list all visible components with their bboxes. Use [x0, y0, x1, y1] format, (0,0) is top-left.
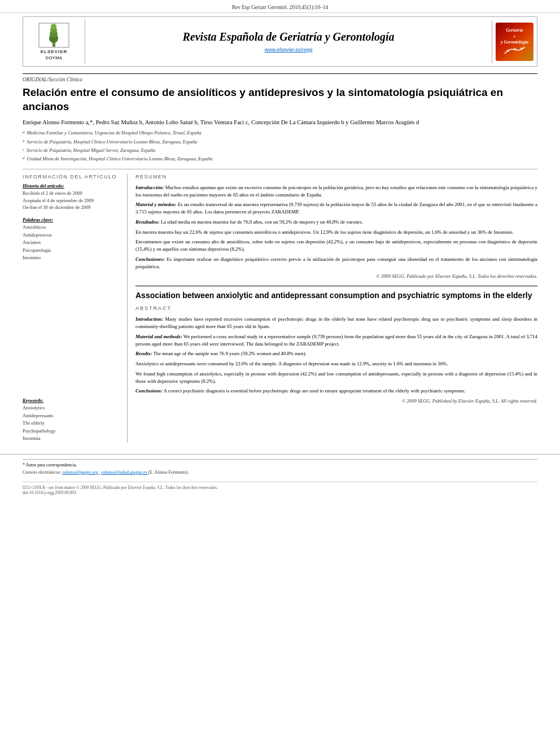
- resumen-resultados-3: Encontramos que existe un consumo alto d…: [135, 238, 537, 253]
- keyword-en-2: Antidepressants: [23, 412, 119, 420]
- affil-c-text: Servicio de Psiquiatría, Hospital Miguel…: [27, 147, 155, 155]
- divider-1: [23, 169, 537, 169]
- journal-logo-box: Geriatría y y Gerontología: [496, 23, 533, 61]
- email1-text: ealonso@papps.org: [62, 470, 98, 475]
- palabras-clave-title: Palabras clave:: [23, 217, 119, 222]
- svg-point-8: [520, 47, 523, 50]
- affil-b: b Servicio de Psiquiatría, Hospital Clín…: [23, 138, 537, 147]
- english-copyright: © 2009 SEGG. Published by Elsevier Españ…: [135, 398, 537, 404]
- resumen-copyright: © 2009 SEGG. Publicado por Elsevier Espa…: [135, 273, 537, 279]
- keyword-5: Insomnio: [23, 254, 119, 262]
- doyma-text: DOYMA: [46, 55, 63, 60]
- elsevier-tree-icon: [38, 23, 69, 48]
- logo-right-line1: Geriatría: [506, 28, 523, 33]
- affil-d: d Unidad Mixta de Investigación, Hospita…: [23, 155, 537, 164]
- journal-title: Revista Española de Geriatría y Gerontol…: [91, 30, 486, 43]
- footer-doi: doi:10.1016/j.regg.2009.09.003: [23, 490, 537, 495]
- elsevier-text: ELSEVIER: [41, 49, 68, 54]
- affil-a-text: Medicina Familiar y Comunitaria, Urgenci…: [27, 129, 202, 138]
- abstract-results-label: Results:: [135, 351, 152, 356]
- historia-title: Historia del artículo:: [23, 183, 119, 189]
- logo-right-line2: y Gerontología: [501, 40, 528, 45]
- resultados-text1: La edad media en nuestra muestra fue de …: [161, 219, 363, 225]
- material-text: Es un estudio transversal de una muestra…: [135, 202, 537, 215]
- footer-bottom: 0211-139X/$ - see front matter © 2009 SE…: [23, 482, 537, 490]
- spacer: Keywords: Anxiolytics Antidepressants Th…: [23, 397, 119, 443]
- resumen-resultados: Resultados: La edad media en nuestra mue…: [135, 219, 537, 226]
- keyword-en-5: Insomnia: [23, 435, 119, 443]
- palabras-clave-block: Palabras clave: Ansiolíticos Antidepresi…: [23, 217, 119, 262]
- online: On-line el 30 de diciembre de 2009: [23, 204, 119, 211]
- email1[interactable]: ealonso@papps.org: [62, 470, 99, 475]
- english-title: Association between anxiolytic and antid…: [135, 291, 537, 300]
- email2[interactable]: ealonso@salud.aragon.es: [101, 470, 148, 475]
- email-label: Correos electrónicos:: [23, 470, 61, 475]
- abstract-results-text2: Anxiolytics or antidepressants were cons…: [135, 361, 448, 366]
- affil-a-marker: a: [23, 129, 25, 138]
- abstract-results-3: We found high consumption of anxiolytics…: [135, 370, 537, 385]
- abstract-introduction: Introduction: Many studies have reported…: [135, 316, 537, 330]
- svg-point-4: [51, 24, 56, 29]
- abstract-results-text1: The mean age of the sample was 76.9 year…: [153, 351, 306, 356]
- page: Rev Esp Geriatr Gerontol. 2010;45(1):10–…: [0, 0, 560, 747]
- affil-a: a Medicina Familiar y Comunitaria, Urgen…: [23, 129, 537, 138]
- abstract-intro-text: Many studies have reported excessive con…: [135, 316, 537, 329]
- affil-c: c Servicio de Psiquiatría, Hospital Migu…: [23, 147, 537, 155]
- resultados-text3: Encontramos que existe un consumo alto d…: [135, 239, 537, 252]
- footnote-marker-text: * Autor para correspondencia.: [23, 462, 77, 468]
- logo-decoration-icon: [504, 45, 526, 55]
- affil-d-marker: d: [23, 155, 25, 164]
- footer: * Autor para correspondencia. Correos el…: [0, 454, 560, 501]
- abstract-material-text: We performed a cross sectional study in …: [135, 334, 537, 347]
- resultados-label: Resultados:: [135, 219, 160, 225]
- main-content: ORIGINAL/Sección Clínica Relación entre …: [0, 70, 560, 443]
- affil-b-marker: b: [23, 138, 25, 147]
- keyword-2: Antidepresivos: [23, 231, 119, 239]
- resumen-introduccion: Introducción: Muchos estudios apuntan qu…: [135, 184, 537, 199]
- abstract-conclusions-text: A correct psychiatric diagnosis is essen…: [164, 388, 466, 394]
- footnote-email: Correos electrónicos: ealonso@papps.org …: [23, 469, 537, 476]
- citation-bar: Rev Esp Geriatr Gerontol. 2010;45(1):10–…: [0, 0, 560, 13]
- abstract-results-2: Anxiolytics or antidepressants were cons…: [135, 360, 537, 368]
- authors-text: Enrique Alonso Formento a,*, Pedro Saz M…: [23, 119, 419, 125]
- keyword-en-4: Psychopathology: [23, 427, 119, 435]
- abstract-label: ABSTRACT: [135, 305, 537, 311]
- right-column: RESUMEN Introducción: Muchos estudios ap…: [127, 174, 537, 443]
- journal-title-center: Revista Española de Geriatría y Gerontol…: [85, 28, 492, 55]
- abstract-results-text3: We found high consumption of anxiolytics…: [135, 371, 537, 384]
- keyword-en-1: Anxiolytics: [23, 404, 119, 412]
- abstract-material-label: Material and methods:: [135, 334, 182, 339]
- section-label: ORIGINAL/Sección Clínica: [23, 73, 537, 82]
- abstract-conclusions: Conclusions: A correct psychiatric diagn…: [135, 387, 537, 395]
- resumen-material: Material y métodos: Es un estudio transv…: [135, 201, 537, 216]
- conclusiones-text: Es importante realizar un diagnóstico ps…: [135, 256, 537, 269]
- material-label: Material y métodos:: [135, 202, 176, 207]
- citation-text: Rev Esp Geriatr Gerontol. 2010;45(1):10–…: [232, 5, 329, 10]
- keywords-title: Keywords:: [23, 397, 119, 403]
- authors: Enrique Alonso Formento a,*, Pedro Saz M…: [23, 118, 537, 127]
- footer-divider: [23, 459, 537, 460]
- email-suffix: (E. Alonso Formento).: [148, 470, 189, 475]
- intro-label: Introducción:: [135, 185, 164, 190]
- journal-url[interactable]: www.elsevier.es/regg: [91, 47, 486, 53]
- resumen-title: RESUMEN: [135, 174, 537, 180]
- svg-point-6: [507, 50, 509, 52]
- svg-rect-0: [53, 42, 55, 47]
- english-section: Association between anxiolytic and antid…: [135, 286, 537, 404]
- conclusiones-label: Conclusiones:: [135, 256, 165, 262]
- abstract-material: Material and methods: We performed a cro…: [135, 333, 537, 348]
- journal-url-link[interactable]: www.elsevier.es/regg: [265, 47, 313, 53]
- abstract-conclusions-label: Conclusions:: [135, 388, 163, 394]
- footer-legal: 0211-139X/$ - see front matter © 2009 SE…: [23, 485, 218, 490]
- intro-text: Muchos estudios apuntan que existe un ex…: [135, 185, 537, 198]
- keyword-1: Ansiolíticos: [23, 224, 119, 231]
- abstract-intro-label: Introduction:: [135, 316, 163, 322]
- affil-d-text: Unidad Mixta de Investigación, Hospital …: [27, 155, 213, 164]
- article-title-spanish: Relación entre el consumo de ansiolítico…: [23, 86, 537, 113]
- email2-text: ealonso@salud.aragon.es: [101, 470, 147, 475]
- recibido: Recibido el 2 de enero de 2009: [23, 190, 119, 197]
- journal-logo-right: Geriatría y y Gerontología: [492, 20, 537, 63]
- resumen-conclusiones: Conclusiones: Es importante realizar un …: [135, 256, 537, 270]
- resultados-text2: En nuestra muestra hay un 22,6% de sujet…: [135, 229, 514, 235]
- affil-b-text: Servicio de Psiquiatría, Hospital Clínic…: [27, 138, 198, 147]
